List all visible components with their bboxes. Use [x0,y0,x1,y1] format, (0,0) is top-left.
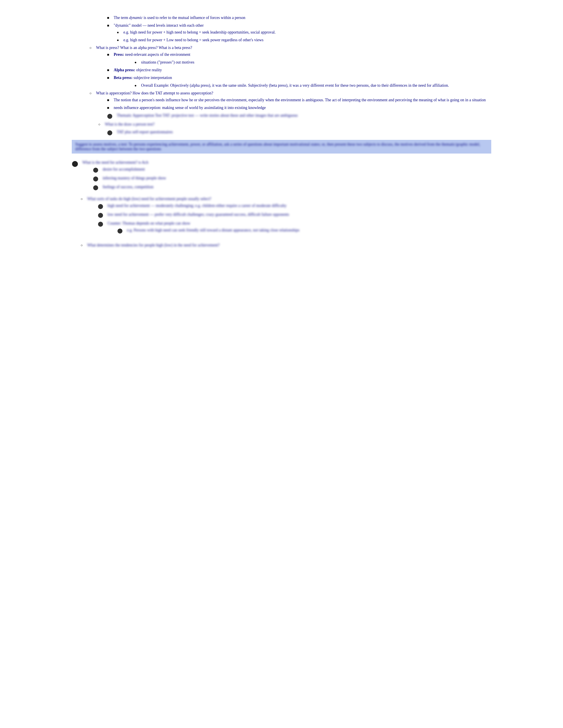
bold-label: Beta press: [114,75,132,80]
bullet-open-circle-icon [81,243,87,248]
item-text: Overall Example: Objectively (alpha pres… [141,83,449,88]
item-text-blurred: TAT plus self-report questionnaires [117,130,173,134]
bullet-square-icon [107,52,114,57]
item-text-blurred: inferring mastery of things people show [103,176,166,180]
bullet-large-circle-icon: ⬤ [98,212,106,218]
list-item: Press: need-relevant aspects of the envi… [107,52,491,57]
list-item: Overall Example: Objectively (alpha pres… [134,83,491,88]
sub-list: The notion that a person's needs influen… [107,98,491,135]
item-text: "dynamic" model — need levels interact w… [114,23,204,28]
item-text-blurred: What sorts of tasks do high (low) need f… [87,197,211,201]
list-item: ⬤ What is the need for achievement? n-Ac… [72,160,491,193]
bullet-circle-icon [134,83,141,88]
list-item: What sorts of tasks do high (low) need f… [81,197,491,240]
sub-list: ⬤ desire for accomplishment ⬤ inferring … [93,167,166,190]
bullet-open-circle-icon [89,45,96,50]
item-text: needs influence apperception: making sen… [114,105,266,110]
list-item: ⬤ Counter: Thomas depends on what people… [98,221,300,237]
bullet-square-icon [107,23,114,28]
item-text: What is press? What is an alpha press? W… [96,45,192,50]
bullet-square-icon [107,75,114,80]
item-text: e.g. high need for power + high need to … [123,30,276,35]
bullet-large-circle-icon: ⬤ [107,113,115,119]
list-item: The notion that a person's needs influen… [107,98,491,102]
highlight-text: Suggest to assess motives, a test: To pe… [75,142,480,151]
list-item: What determines the tendencies for peopl… [81,243,491,248]
list-item: ⬤ low need for achievement — prefer very… [98,212,300,218]
list-item: "dynamic" model — need levels interact w… [107,23,491,42]
section-2: ⬤ What is the need for achievement? n-Ac… [72,160,491,248]
bullet-open-circle-icon [81,197,87,201]
item-text: situations ("presses") out motives [141,60,194,65]
list-item: ⬤ Thematic Apperception Test TAT: projec… [107,113,491,119]
item-text-blurred: What is the need for achievement? n-Ach [82,160,148,165]
bullet-large-circle-icon: ⬤ [98,221,106,227]
list-item: e.g. high need for power + Low need to b… [117,38,491,42]
bullet-large-circle-icon: ⬤ [98,203,106,209]
item-text-blurred: Thematic Apperception Test TAT: projecti… [117,113,298,118]
main-content: The term dynamic is used to refer to the… [72,9,491,248]
item-text-blurred: desire for accomplishment [103,167,145,172]
bullet-large-circle-icon: ⬤ [117,228,125,234]
list-item: ⬤ TAT plus self-report questionnaires [107,130,491,135]
item-text: Beta press: subjective interpretation [114,75,172,80]
list-item: needs influence apperception: making sen… [107,105,491,110]
item-text-blurred: low need for achievement — prefer very d… [107,212,289,217]
list-item: situations ("presses") out motives [134,60,491,65]
sub-list: e.g. high need for power + high need to … [117,30,491,42]
bullet-open-circle-icon [98,122,105,127]
item-text-blurred: What determines the tendencies for peopl… [87,243,220,248]
item-text-blurred: Counter: Thomas depends on what people c… [107,221,190,225]
bullet-circle-icon [117,30,123,35]
sub-list: ⬤ high need for achievement — moderately… [98,203,300,237]
bullet-large-circle-icon: ⬤ [107,130,115,135]
list-item: Beta press: subjective interpretation [107,75,491,80]
list-item: e.g. high need for power + high need to … [117,30,491,35]
sub-list: Press: need-relevant aspects of the envi… [107,52,491,88]
item-text: e.g. high need for power + Low need to b… [123,38,263,42]
list-item: ⬤ e.g. Persons with high need can seek f… [117,228,300,234]
italic-dynamic: dynamic [129,15,143,20]
list-item: What is apperception? How does the TAT a… [89,91,491,135]
highlight-block: Suggest to assess motives, a test: To pe… [72,140,491,154]
bold-label: Alpha press: [114,68,135,72]
item-text-blurred: feelings of success, competition [103,185,153,189]
list-item: ⬤ high need for achievement — moderately… [98,203,300,209]
list-item: The term dynamic is used to refer to the… [107,15,491,20]
bullet-open-circle-icon [89,91,96,96]
bullet-square-icon [107,105,114,110]
item-text-blurred: high need for achievement — moderately c… [107,203,287,208]
bullet-square-icon [107,68,114,72]
list-item: ⬤ feelings of success, competition [93,185,166,190]
list-item: ⬤ inferring mastery of things people sho… [93,176,166,182]
bullet-square-icon [107,15,114,20]
item-text-blurred: e.g. Persons with high need can seek fri… [127,228,300,233]
list-item: What is the draw a person test? [98,122,491,127]
item-text: The term dynamic is used to refer to the… [114,15,245,20]
bullet-large-circle-icon: ⬤ [72,160,81,167]
item-text-blurred: What is the draw a person test? [105,122,154,127]
list-item: Alpha press: objective reality [107,68,491,72]
bullet-large-circle-icon: ⬤ [93,185,101,190]
bullet-circle-icon [117,38,123,42]
list-item: ⬤ desire for accomplishment [93,167,166,173]
bullet-square-icon [107,98,114,102]
item-text: What is apperception? How does the TAT a… [96,91,213,96]
bullet-large-circle-icon: ⬤ [93,167,101,173]
item-text: Press: need-relevant aspects of the envi… [114,52,190,57]
bullet-large-circle-icon: ⬤ [93,176,101,182]
item-text: Alpha press: objective reality [114,68,162,72]
sub-sub-list: ⬤ e.g. Persons with high need can seek f… [117,228,300,234]
item-text: The notion that a person's needs influen… [114,98,486,102]
bold-label: Press: [114,52,124,57]
list-item: What is press? What is an alpha press? W… [89,45,491,88]
bullet-circle-icon [134,60,141,65]
